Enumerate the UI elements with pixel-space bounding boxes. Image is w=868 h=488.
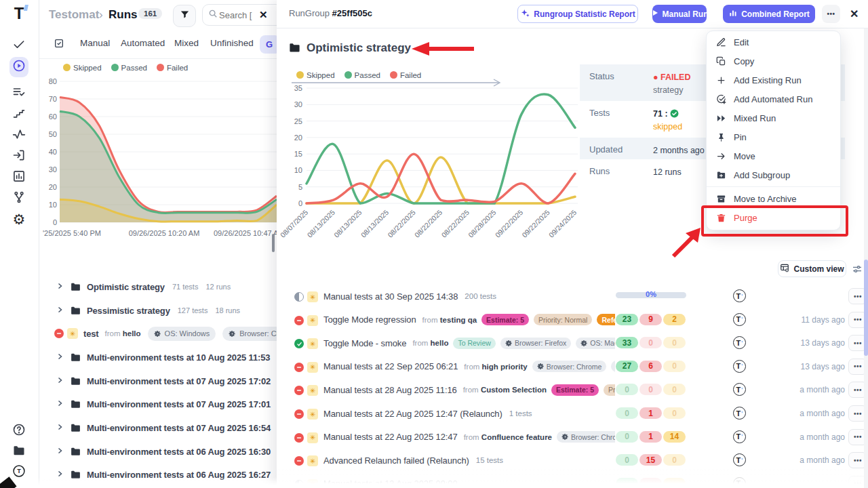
sidebar-item-activity[interactable] xyxy=(9,126,28,145)
sidebar-item-folder[interactable] xyxy=(9,443,28,462)
menu-item-edit[interactable]: Edit xyxy=(707,33,840,52)
run-title[interactable]: Toggle Mode regression xyxy=(323,314,416,325)
rungroup-id: #25ff505c xyxy=(332,8,372,18)
sidebar-item-gear[interactable]: ⚙ xyxy=(9,210,28,229)
run-row[interactable]: ✳ Manual tests at 28 Aug 2025 11:16 from… xyxy=(277,378,868,401)
manual-test-icon: ✳ xyxy=(307,385,318,396)
menu-item-mixed-run[interactable]: Mixed Run xyxy=(707,108,840,127)
menu-item-add-subgroup[interactable]: Add Subgroup xyxy=(707,165,840,184)
menu-item-add-existing-run[interactable]: Add Existing Run xyxy=(707,70,840,89)
chevron-right-icon[interactable] xyxy=(56,281,64,293)
testomat-logo-icon: T' xyxy=(733,430,746,443)
menu-item-move[interactable]: Move xyxy=(707,146,840,165)
sidebar-item-logo-circle[interactable]: T xyxy=(9,463,28,482)
attribute-badge: Browser: Chrom xyxy=(557,431,615,443)
run-row[interactable]: ✳ Manual tests at 30 Sep 2025 14:38 200 … xyxy=(277,285,868,308)
sidebar-item-check[interactable] xyxy=(9,37,28,56)
svg-text:0: 0 xyxy=(298,199,302,207)
run-row[interactable]: ✳ test from hello OS: WindowsBrowser: Ch… xyxy=(54,323,277,344)
search-input[interactable] xyxy=(218,9,261,21)
run-title[interactable]: Toggle Mode - smoke xyxy=(323,338,406,348)
count-badge: 6 xyxy=(639,361,662,372)
sidebar-item-branch[interactable] xyxy=(9,189,28,208)
run-time: a month ago xyxy=(764,385,845,394)
tab-automated[interactable]: Automated xyxy=(121,38,165,48)
rungroup-title[interactable]: Multi-environment tests at 07 Aug 2025 1… xyxy=(87,376,271,386)
chevron-right-icon[interactable] xyxy=(56,375,64,387)
menu-item-copy[interactable]: Copy xyxy=(707,52,840,70)
rungroup-row[interactable]: Multi-environment tests at 07 Aug 2025 1… xyxy=(56,394,271,414)
folder-icon xyxy=(12,444,26,460)
sidebar-item-help[interactable] xyxy=(9,422,28,441)
rungroup-row[interactable]: Multi-environment tests at 10 Aug 2025 1… xyxy=(56,347,270,367)
rungroup-row[interactable]: Multi-environment tests at 06 Aug 2025 1… xyxy=(56,441,271,462)
folder-icon xyxy=(70,399,81,410)
run-title[interactable]: Manual tests at 22 Sep 2025 06:21 xyxy=(323,361,458,371)
svg-text:09/26/2025 10:47 AM: 09/26/2025 10:47 AM xyxy=(214,229,277,237)
sidebar-item-bar-chart[interactable] xyxy=(9,168,28,187)
sidebar-item-play-circle[interactable] xyxy=(9,57,28,77)
rungroup-row[interactable]: Multi-environment tests at 07 Aug 2025 1… xyxy=(56,371,271,391)
rungroup-title[interactable]: Multi-environment tests at 06 Aug 2025 1… xyxy=(87,447,271,457)
table-label: Tests xyxy=(589,108,610,118)
menu-item-add-automated-run[interactable]: Add Automated Run xyxy=(707,89,840,108)
menu-item-pin[interactable]: Pin xyxy=(707,127,840,146)
context-menu: Edit Copy Add Existing Run Add Automated… xyxy=(706,30,841,230)
custom-view-button[interactable]: Custom view xyxy=(778,260,846,277)
combined-report-button[interactable]: Combined Report xyxy=(723,5,815,23)
sidebar-item-sign-in[interactable] xyxy=(9,147,28,166)
filter-button[interactable] xyxy=(173,5,196,27)
rungroup-row[interactable]: Pessimistic strategy 127 tests18 runs xyxy=(56,300,240,321)
close-icon[interactable]: ✕ xyxy=(850,7,859,20)
manual-run-button[interactable]: Manual Run xyxy=(652,5,707,23)
more-actions-button[interactable]: ••• xyxy=(822,5,840,23)
chevron-right-icon[interactable] xyxy=(56,351,64,363)
statistic-report-button[interactable]: Rungroup Statistic Report xyxy=(517,5,638,23)
svg-text:10: 10 xyxy=(294,166,302,174)
chevron-right-icon[interactable] xyxy=(56,398,64,410)
tab-mixed[interactable]: Mixed xyxy=(174,38,199,48)
sidebar-item-list-check[interactable] xyxy=(9,84,28,103)
breadcrumb-brand[interactable]: Testomat xyxy=(49,8,99,22)
run-title[interactable]: Manual tests at 22 Aug 2025 12:47 (Relau… xyxy=(323,409,502,419)
chevron-right-icon[interactable] xyxy=(56,304,64,317)
rungroup-title[interactable]: Multi-environment tests at 07 Aug 2025 1… xyxy=(87,399,271,409)
attribute-badge: Browser: Firefox xyxy=(500,338,571,349)
rungroup-row[interactable]: Optimistic strategy 71 tests12 runs xyxy=(56,277,231,297)
run-title[interactable]: Manual tests at 30 Sep 2025 14:38 xyxy=(323,291,458,302)
tab-manual[interactable]: Manual xyxy=(80,38,110,48)
run-title[interactable]: Advanced Relaunch failed (Relaunch) xyxy=(323,455,469,466)
rungroup-title[interactable]: Optimistic strategy xyxy=(87,282,165,292)
rungroup-title[interactable]: Multi-environment tests at 07 Aug 2025 1… xyxy=(87,423,271,433)
sidebar-item-steps[interactable] xyxy=(9,105,28,124)
run-row[interactable]: ✳ Manual tests at 22 Aug 2025 12:47 from… xyxy=(277,426,868,449)
tab-groups-active[interactable]: G xyxy=(260,35,277,54)
sliders-icon[interactable] xyxy=(852,264,863,277)
modal-fade xyxy=(277,468,868,488)
modal-scrollbar-thumb[interactable] xyxy=(864,260,868,356)
run-row[interactable]: ✳ Toggle Mode regression from testing qa… xyxy=(277,308,868,331)
chevron-right-icon[interactable] xyxy=(56,422,64,434)
run-row[interactable]: ✳ Manual tests at 22 Aug 2025 12:47 (Rel… xyxy=(277,402,868,425)
run-row[interactable]: ✳ Manual tests at 22 Sep 2025 06:21 from… xyxy=(277,355,868,378)
run-row[interactable]: ✳ Toggle Mode - smoke from hello To Revi… xyxy=(277,331,868,354)
svg-text:60: 60 xyxy=(49,113,57,121)
count-badge: 15 xyxy=(639,454,662,466)
run-title[interactable]: test xyxy=(83,329,99,339)
fast-forward-icon xyxy=(716,113,726,123)
svg-text:08/13/2025: 08/13/2025 xyxy=(359,208,391,239)
rungroup-row[interactable]: Multi-environment tests at 07 Aug 2025 1… xyxy=(56,418,271,438)
rungroup-title[interactable]: Pessimistic strategy xyxy=(87,306,170,316)
svg-text:20: 20 xyxy=(294,134,302,142)
rungroup-title[interactable]: Multi-environment tests at 10 Aug 2025 1… xyxy=(87,352,270,363)
page-scrollbar-thumb[interactable] xyxy=(272,234,275,252)
copy-icon xyxy=(716,56,726,66)
app-logo[interactable]: T xyxy=(9,4,28,23)
count-badge: 23 xyxy=(616,314,638,325)
run-title[interactable]: Manual tests at 22 Aug 2025 12:47 xyxy=(323,432,458,442)
search-clear-icon[interactable]: ✕ xyxy=(259,9,268,21)
chevron-right-icon[interactable] xyxy=(56,445,64,458)
testomat-logo-icon: T' xyxy=(733,313,746,326)
tab-unfinished[interactable]: Unfinished xyxy=(210,38,254,48)
run-title[interactable]: Manual tests at 28 Aug 2025 11:16 xyxy=(323,385,457,395)
